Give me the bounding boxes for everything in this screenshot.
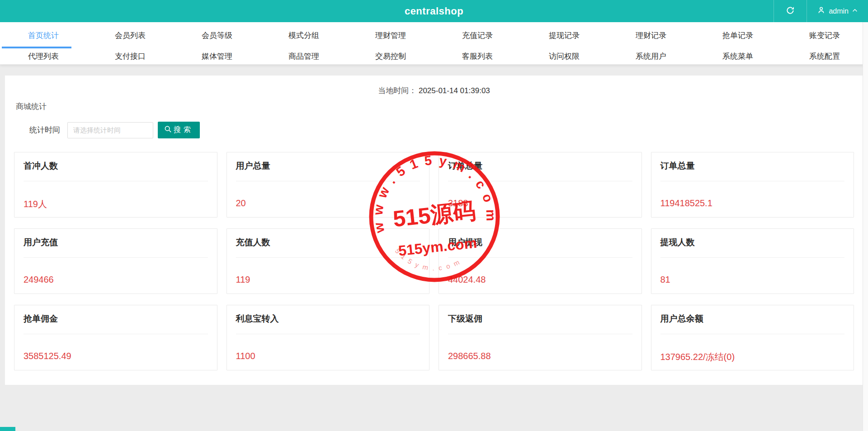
tab-balance-change-records[interactable]: 账变记录 xyxy=(781,22,868,48)
stat-card-first-recharge-users: 首冲人数 119人 xyxy=(14,152,217,218)
search-button-label: 搜索 xyxy=(174,125,193,135)
tab-member-list[interactable]: 会员列表 xyxy=(87,22,174,48)
tab-media-manage[interactable]: 媒体管理 xyxy=(174,48,260,64)
tab-system-menu[interactable]: 系统菜单 xyxy=(694,48,781,64)
tab-agent-list[interactable]: 代理列表 xyxy=(0,48,87,64)
search-icon xyxy=(164,125,172,135)
user-menu[interactable]: admin xyxy=(807,0,868,22)
stat-card-value: 119人 xyxy=(24,198,208,210)
tab-member-level[interactable]: 会员等级 xyxy=(174,22,260,48)
stat-card-subordinate-rebate: 下级返佣 298665.88 xyxy=(439,305,642,370)
stat-card-title: 充值人数 xyxy=(236,237,420,248)
stat-card-title: 用户总余额 xyxy=(660,313,845,325)
stat-card-title: 订单总量 xyxy=(448,160,632,172)
stat-card-title: 利息宝转入 xyxy=(236,313,420,325)
refresh-icon xyxy=(786,6,795,17)
tab-system-config[interactable]: 系统配置 xyxy=(781,48,868,64)
chevron-up-icon xyxy=(852,7,858,15)
stat-card-recharge-users: 充值人数 119 xyxy=(226,228,430,294)
stat-cards-grid: 首冲人数 119人 用户总量 20 订单总量 3188 订单总量 1194185… xyxy=(14,152,854,370)
tab-trade-control[interactable]: 交易控制 xyxy=(347,48,434,64)
section-title: 商城统计 xyxy=(14,101,854,112)
tab-recharge-records[interactable]: 充值记录 xyxy=(434,22,521,48)
stat-card-value: 298665.88 xyxy=(448,351,632,361)
stat-card-value: 44024.48 xyxy=(448,275,632,285)
stat-card-title: 下级返佣 xyxy=(448,313,632,325)
tab-service-list[interactable]: 客服列表 xyxy=(434,48,521,64)
local-time-label: 当地时间： xyxy=(378,86,416,95)
stat-card-total-order-amount: 订单总量 119418525.1 xyxy=(651,152,854,218)
stat-card-title: 用户充值 xyxy=(24,237,208,248)
page-scrollbar[interactable] xyxy=(863,22,868,431)
stat-card-value: 3188 xyxy=(448,198,632,208)
stat-card-grab-commission: 抢单佣金 3585125.49 xyxy=(14,305,217,370)
stat-card-user-total-balance: 用户总余额 137965.22/冻结(0) xyxy=(651,305,854,370)
stat-card-value: 1100 xyxy=(236,351,420,361)
app-title: centralshop xyxy=(405,5,463,17)
stat-card-total-orders: 订单总量 3188 xyxy=(439,152,642,218)
stat-time-input[interactable] xyxy=(67,122,153,138)
tab-home-stats[interactable]: 首页统计 xyxy=(0,22,87,48)
stat-card-value: 119 xyxy=(236,275,420,285)
stat-card-value: 81 xyxy=(660,275,845,285)
stat-card-title: 订单总量 xyxy=(660,160,845,172)
tab-order-grab-records[interactable]: 抢单记录 xyxy=(694,22,781,48)
search-label: 统计时间 xyxy=(29,125,60,135)
stat-card-user-recharge: 用户充值 249466 xyxy=(14,228,217,294)
nav-row-2: 代理列表 支付接口 媒体管理 商品管理 交易控制 客服列表 访问权限 系统用户 … xyxy=(0,48,868,64)
stats-panel: 当地时间： 2025-01-14 01:39:03 商城统计 统计时间 搜索 首… xyxy=(5,76,863,385)
stat-card-total-users: 用户总量 20 xyxy=(226,152,430,218)
stat-card-value: 119418525.1 xyxy=(660,198,845,208)
refresh-button[interactable] xyxy=(774,0,807,22)
tab-product-manage[interactable]: 商品管理 xyxy=(260,48,347,64)
stat-card-title: 用户提现 xyxy=(448,237,632,248)
main-nav: 首页统计 会员列表 会员等级 模式分组 理财管理 充值记录 提现记录 理财记录 … xyxy=(0,22,868,65)
stat-card-title: 抢单佣金 xyxy=(24,313,208,325)
tab-payment-api[interactable]: 支付接口 xyxy=(87,48,174,64)
header-controls: admin xyxy=(774,0,868,22)
tab-mode-group[interactable]: 模式分组 xyxy=(260,22,347,48)
tab-finance-manage[interactable]: 理财管理 xyxy=(347,22,434,48)
user-name: admin xyxy=(829,7,849,15)
stat-card-value: 3585125.49 xyxy=(24,351,208,361)
stat-card-value: 249466 xyxy=(24,275,208,285)
stat-card-title: 首冲人数 xyxy=(24,160,208,172)
search-row: 统计时间 搜索 xyxy=(29,122,854,138)
stat-card-title: 用户总量 xyxy=(236,160,420,172)
bottom-left-accent-strip xyxy=(0,427,15,431)
tab-withdraw-records[interactable]: 提现记录 xyxy=(521,22,608,48)
local-time-value: 2025-01-14 01:39:03 xyxy=(419,86,490,95)
tab-access-rights[interactable]: 访问权限 xyxy=(521,48,608,64)
local-time-row: 当地时间： 2025-01-14 01:39:03 xyxy=(14,85,854,96)
search-button[interactable]: 搜索 xyxy=(158,122,200,138)
stat-card-user-withdraw: 用户提现 44024.48 xyxy=(439,228,642,294)
tab-system-users[interactable]: 系统用户 xyxy=(608,48,694,64)
stat-card-interest-transfer-in: 利息宝转入 1100 xyxy=(226,305,430,370)
nav-row-1: 首页统计 会员列表 会员等级 模式分组 理财管理 充值记录 提现记录 理财记录 … xyxy=(0,22,868,48)
stat-card-withdraw-users: 提现人数 81 xyxy=(651,228,854,294)
app-header: centralshop admin xyxy=(0,0,868,22)
stat-card-value: 137965.22/冻结(0) xyxy=(660,351,845,363)
user-icon xyxy=(817,6,826,16)
stat-card-value: 20 xyxy=(236,198,420,208)
stat-card-title: 提现人数 xyxy=(660,237,845,248)
page-content: 当地时间： 2025-01-14 01:39:03 商城统计 统计时间 搜索 首… xyxy=(0,65,868,385)
tab-finance-records[interactable]: 理财记录 xyxy=(608,22,694,48)
